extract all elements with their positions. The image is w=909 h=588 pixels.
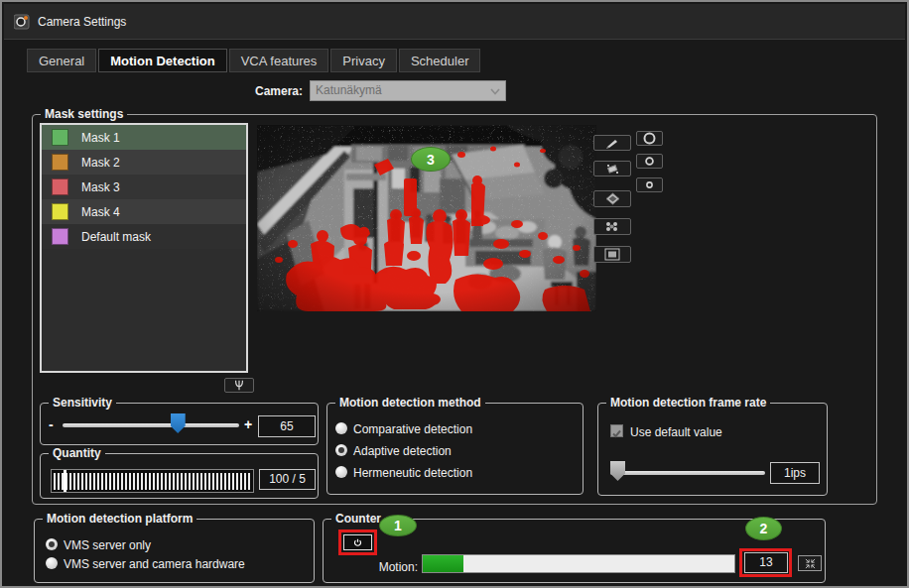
erase-button[interactable] xyxy=(593,161,631,176)
medium-circle-icon xyxy=(644,156,655,167)
annotation-3: 3 xyxy=(411,147,451,172)
mask-color-swatch xyxy=(52,203,68,220)
use-default-value-label: Use default value xyxy=(630,425,722,439)
radio-adaptive-detection[interactable] xyxy=(335,444,347,456)
counter-reset-button[interactable] xyxy=(798,555,822,571)
sensitivity-minus[interactable]: - xyxy=(49,416,54,432)
mask-color-swatch xyxy=(52,154,68,171)
radio-label: Comparative detection xyxy=(353,422,472,436)
brush-size-small-button[interactable] xyxy=(636,177,663,192)
power-icon xyxy=(353,538,362,547)
snapshot-view-button[interactable] xyxy=(593,246,631,263)
tab-privacy[interactable]: Privacy xyxy=(330,49,397,72)
camera-settings-window: Camera Settings General Motion Detection… xyxy=(0,0,909,588)
mask-row-3[interactable]: Mask 3 xyxy=(42,175,246,199)
radio-label: VMS server and camera hardware xyxy=(64,557,245,571)
clear-all-icon xyxy=(605,192,620,205)
sensitivity-title: Sensitivity xyxy=(49,396,116,410)
radio-label: Hermeneutic detection xyxy=(353,466,472,480)
tab-vca-features[interactable]: VCA features xyxy=(229,49,329,72)
method-title: Motion detection method xyxy=(335,396,485,410)
mask-row-4[interactable]: Mask 4 xyxy=(42,199,246,224)
mask-row-label: Mask 1 xyxy=(81,131,120,145)
frame-rate-group: Motion detection frame rate Use default … xyxy=(597,403,828,496)
check-icon xyxy=(611,428,622,439)
sensitivity-slider-thumb[interactable] xyxy=(171,413,186,433)
fill-pattern-button[interactable] xyxy=(593,218,631,235)
quantity-marker[interactable] xyxy=(64,470,66,492)
counter-title: Counter xyxy=(331,512,385,526)
frame-rate-slider-track[interactable] xyxy=(610,471,765,475)
mask-row-1[interactable]: Mask 1 xyxy=(42,125,246,150)
quantity-title: Quantity xyxy=(49,446,105,460)
chevron-down-icon xyxy=(490,88,500,95)
brush-size-large-button[interactable] xyxy=(636,131,663,146)
brush-size-medium-button[interactable] xyxy=(636,154,663,169)
motion-progress-bar xyxy=(422,554,735,573)
sensitivity-group: Sensitivity - + 65 xyxy=(40,403,319,445)
quantity-comb-slider[interactable] xyxy=(51,469,254,493)
sensitivity-plus[interactable]: + xyxy=(244,416,252,432)
motion-detection-method-group: Motion detection method Comparative dete… xyxy=(326,403,584,495)
mask-row-label: Mask 2 xyxy=(81,156,120,170)
radio-vms-server-and-camera[interactable] xyxy=(46,557,58,569)
quantity-value[interactable]: 100 / 5 xyxy=(259,469,316,490)
draw-pencil-button[interactable] xyxy=(593,135,631,151)
mask-row-label: Mask 4 xyxy=(81,205,120,219)
motion-label: Motion: xyxy=(358,560,418,574)
collapse-arrows-icon xyxy=(805,558,816,569)
quantity-comb-bars xyxy=(54,473,251,490)
tab-strip: General Motion Detection VCA features Pr… xyxy=(27,49,480,72)
eraser-icon xyxy=(605,163,619,176)
camera-dropdown[interactable]: Katunäkymä xyxy=(310,80,506,101)
camera-dropdown-value: Katunäkymä xyxy=(316,83,382,97)
quantity-group: Quantity 100 / 5 xyxy=(40,453,319,499)
window-title: Camera Settings xyxy=(38,4,126,40)
mask-row-label: Mask 3 xyxy=(81,180,120,194)
title-bar: Camera Settings xyxy=(4,4,905,40)
radio-label: Adaptive detection xyxy=(353,444,452,458)
tab-scheduler[interactable]: Scheduler xyxy=(399,49,481,72)
small-circle-icon xyxy=(645,180,654,189)
mask-row-2[interactable]: Mask 2 xyxy=(42,150,246,175)
mask-color-swatch xyxy=(52,228,68,245)
annotation-1: 1 xyxy=(379,515,417,536)
radio-hermeneutic-detection[interactable] xyxy=(335,466,347,478)
pencil-icon xyxy=(605,137,619,149)
tab-motion-detection[interactable]: Motion Detection xyxy=(98,49,226,72)
mask-settings-title: Mask settings xyxy=(41,107,127,121)
sensitivity-value[interactable]: 65 xyxy=(258,415,316,437)
mask-pick-button[interactable] xyxy=(224,378,254,393)
frame-rate-slider-thumb[interactable] xyxy=(610,461,625,481)
pitchfork-icon xyxy=(233,380,245,392)
platform-title: Motion detection platform xyxy=(43,512,196,526)
counter-power-button[interactable] xyxy=(343,534,372,550)
frame-rate-value[interactable]: 1ips xyxy=(770,462,820,484)
pattern-icon xyxy=(604,220,620,233)
sensitivity-slider-track[interactable] xyxy=(63,423,239,427)
clear-mask-button[interactable] xyxy=(593,190,631,207)
frame-rate-title: Motion detection frame rate xyxy=(606,396,770,410)
large-circle-icon xyxy=(643,132,656,145)
mask-list[interactable]: Mask 1 Mask 2 Mask 3 Mask 4 Default mask xyxy=(40,123,248,373)
radio-label: VMS server only xyxy=(64,538,151,552)
tab-general[interactable]: General xyxy=(27,49,96,72)
radio-vms-server-only[interactable] xyxy=(46,538,58,550)
motion-progress-fill xyxy=(423,555,463,572)
camera-label: Camera: xyxy=(223,84,303,98)
camera-settings-icon xyxy=(14,14,30,30)
mask-color-swatch xyxy=(52,178,68,195)
counter-value[interactable]: 13 xyxy=(744,552,788,573)
mask-color-swatch xyxy=(52,129,68,146)
mask-row-default[interactable]: Default mask xyxy=(42,224,246,249)
platform-group: Motion detection platform VMS server onl… xyxy=(34,519,315,583)
use-default-value-checkbox[interactable] xyxy=(610,424,623,437)
mask-row-label: Default mask xyxy=(81,230,151,244)
radio-comparative-detection[interactable] xyxy=(335,422,347,434)
screen-icon xyxy=(604,248,620,261)
annotation-2: 2 xyxy=(745,517,782,540)
